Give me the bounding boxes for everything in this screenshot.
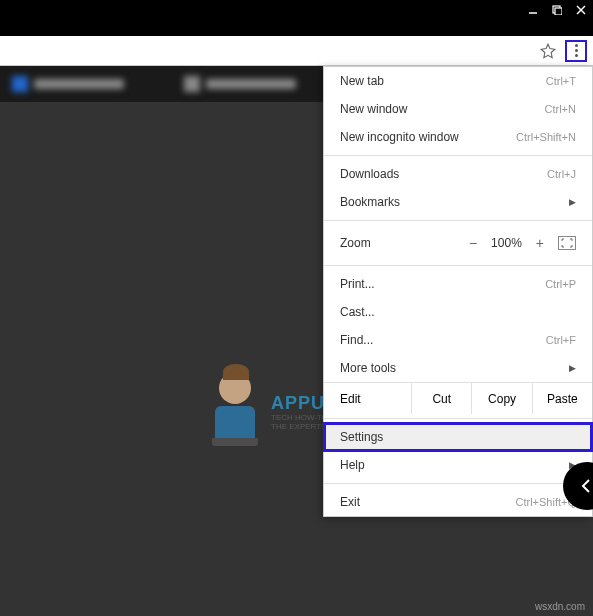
menu-downloads[interactable]: Downloads Ctrl+J xyxy=(324,160,592,188)
menu-shortcut: Ctrl+Shift+N xyxy=(516,131,576,143)
minimize-button[interactable] xyxy=(521,0,545,20)
image-credit: wsxdn.com xyxy=(535,601,585,612)
maximize-button[interactable] xyxy=(545,0,569,20)
menu-copy[interactable]: Copy xyxy=(471,382,531,414)
menu-label: Zoom xyxy=(340,236,371,250)
close-button[interactable] xyxy=(569,0,593,20)
menu-separator xyxy=(324,483,592,484)
menu-help[interactable]: Help ▶ xyxy=(324,451,592,479)
menu-cut[interactable]: Cut xyxy=(411,382,471,414)
bookmark-item[interactable] xyxy=(12,76,124,92)
menu-label: New window xyxy=(340,102,407,116)
menu-label: Bookmarks xyxy=(340,195,400,209)
menu-edit-row: Edit Cut Copy Paste xyxy=(324,382,592,414)
menu-print[interactable]: Print... Ctrl+P xyxy=(324,270,592,298)
menu-more-tools[interactable]: More tools ▶ xyxy=(324,354,592,382)
menu-label: Cast... xyxy=(340,305,375,319)
menu-label: Downloads xyxy=(340,167,399,181)
fullscreen-button[interactable] xyxy=(558,236,576,250)
menu-label: New incognito window xyxy=(340,130,459,144)
chevron-right-icon: ▶ xyxy=(569,197,576,207)
kebab-icon xyxy=(575,44,578,57)
chevron-right-icon: ▶ xyxy=(569,363,576,373)
menu-label: Help xyxy=(340,458,365,472)
menu-separator xyxy=(324,155,592,156)
menu-bookmarks[interactable]: Bookmarks ▶ xyxy=(324,188,592,216)
svg-rect-2 xyxy=(555,8,562,15)
omnibox-row xyxy=(0,36,593,66)
zoom-out-button[interactable]: − xyxy=(469,235,477,251)
menu-shortcut: Ctrl+F xyxy=(546,334,576,346)
zoom-level: 100% xyxy=(491,236,522,250)
menu-label: Settings xyxy=(340,430,383,444)
menu-shortcut: Ctrl+J xyxy=(547,168,576,180)
menu-label: Find... xyxy=(340,333,373,347)
menu-edit-label: Edit xyxy=(324,382,411,414)
menu-find[interactable]: Find... Ctrl+F xyxy=(324,326,592,354)
menu-new-incognito[interactable]: New incognito window Ctrl+Shift+N xyxy=(324,123,592,151)
menu-label: New tab xyxy=(340,74,384,88)
menu-separator xyxy=(324,220,592,221)
menu-label: More tools xyxy=(340,361,396,375)
menu-settings[interactable]: Settings xyxy=(324,423,592,451)
bookmark-item[interactable] xyxy=(184,76,296,92)
window-titlebar xyxy=(0,0,593,20)
menu-shortcut: Ctrl+N xyxy=(545,103,576,115)
menu-paste[interactable]: Paste xyxy=(532,382,592,414)
main-menu-button[interactable] xyxy=(565,40,587,62)
main-menu: New tab Ctrl+T New window Ctrl+N New inc… xyxy=(323,66,593,517)
menu-exit[interactable]: Exit Ctrl+Shift+Q xyxy=(324,488,592,516)
tab-strip xyxy=(0,20,593,36)
menu-shortcut: Ctrl+T xyxy=(546,75,576,87)
menu-cast[interactable]: Cast... xyxy=(324,298,592,326)
bookmark-star-icon[interactable] xyxy=(539,42,557,60)
menu-separator xyxy=(324,418,592,419)
zoom-in-button[interactable]: + xyxy=(536,235,544,251)
menu-zoom: Zoom − 100% + xyxy=(324,225,592,261)
menu-separator xyxy=(324,265,592,266)
menu-label: Print... xyxy=(340,277,375,291)
menu-label: Exit xyxy=(340,495,360,509)
menu-shortcut: Ctrl+P xyxy=(545,278,576,290)
menu-new-tab[interactable]: New tab Ctrl+T xyxy=(324,67,592,95)
menu-new-window[interactable]: New window Ctrl+N xyxy=(324,95,592,123)
